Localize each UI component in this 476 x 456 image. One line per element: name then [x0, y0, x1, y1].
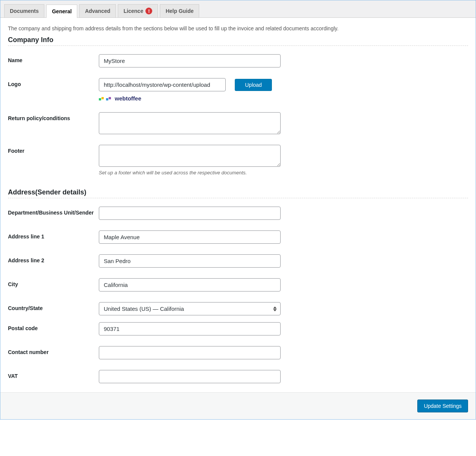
- department-label: Department/Business Unit/Sender: [8, 207, 99, 216]
- section-company-info: Company Info: [8, 36, 468, 46]
- logo-label: Logo: [8, 78, 99, 87]
- footer-input[interactable]: [99, 145, 281, 167]
- tab-documents[interactable]: Documents: [4, 4, 44, 17]
- tab-licence[interactable]: Licence !: [118, 4, 158, 17]
- logo-brand-text: webtoffee: [115, 95, 141, 102]
- tab-bar: Documents General Advanced Licence ! Hel…: [0, 0, 476, 18]
- return-policy-label: Return policy/conditions: [8, 112, 99, 121]
- footer-help-text: Set up a footer which will be used acros…: [99, 170, 281, 176]
- address-line1-input[interactable]: [99, 230, 281, 244]
- address-line2-input[interactable]: [99, 254, 281, 268]
- tab-help-guide[interactable]: Help Guide: [160, 4, 199, 17]
- address-line1-label: Address line 1: [8, 230, 99, 240]
- alert-badge-icon: !: [145, 8, 152, 14]
- section-address: Address(Sender details): [8, 188, 468, 198]
- postal-code-label: Postal code: [8, 322, 99, 331]
- intro-text: The company and shipping from address de…: [8, 25, 468, 31]
- vat-input[interactable]: [99, 370, 281, 383]
- postal-code-input[interactable]: [99, 322, 281, 335]
- country-state-select[interactable]: United States (US) — California: [99, 302, 281, 315]
- vat-label: VAT: [8, 370, 99, 379]
- department-input[interactable]: [99, 207, 281, 220]
- city-input[interactable]: [99, 278, 281, 291]
- contact-number-input[interactable]: [99, 346, 281, 359]
- city-label: City: [8, 278, 99, 287]
- logo-preview: webtoffee: [99, 95, 272, 102]
- return-policy-input[interactable]: [99, 112, 281, 134]
- logo-url-input[interactable]: [99, 78, 226, 91]
- name-input[interactable]: [99, 54, 281, 67]
- footer-label: Footer: [8, 145, 99, 154]
- tab-general[interactable]: General: [46, 5, 77, 18]
- tab-licence-label: Licence: [123, 8, 143, 14]
- address-line2-label: Address line 2: [8, 254, 99, 263]
- webtoffee-logo-icon: [99, 96, 111, 102]
- country-state-label: Country/State: [8, 302, 99, 311]
- contact-number-label: Contact number: [8, 346, 99, 355]
- upload-button[interactable]: Upload: [235, 79, 272, 91]
- name-label: Name: [8, 54, 99, 63]
- tab-advanced[interactable]: Advanced: [79, 4, 116, 17]
- update-settings-button[interactable]: Update Settings: [417, 400, 468, 412]
